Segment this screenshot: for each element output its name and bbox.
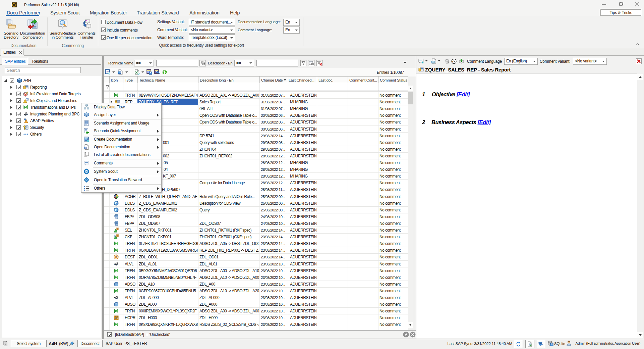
svg-text:D: D xyxy=(115,208,117,212)
svg-text:D: D xyxy=(115,201,117,205)
svg-text:W: W xyxy=(84,146,87,149)
svg-text:W: W xyxy=(118,71,121,74)
